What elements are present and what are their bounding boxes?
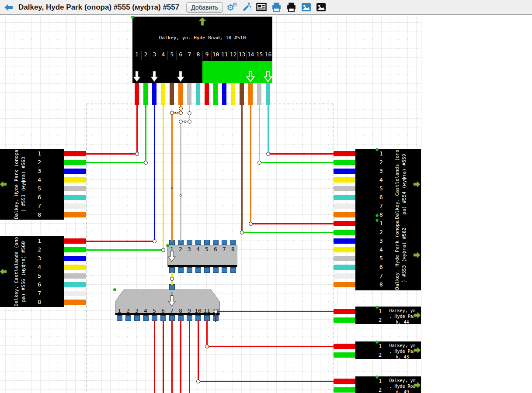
splice-pin[interactable] xyxy=(143,315,149,321)
cable-fiber-stub[interactable] xyxy=(178,83,183,105)
fiber-stub[interactable] xyxy=(334,151,355,156)
waypoint-dot[interactable] xyxy=(180,194,182,196)
cable-fiber-stub[interactable] xyxy=(231,83,235,105)
newspaper-icon[interactable] xyxy=(256,2,268,13)
fiber-stub[interactable] xyxy=(334,238,355,244)
wire-segment[interactable] xyxy=(198,381,334,382)
cable-fiber-stub[interactable] xyxy=(187,83,191,105)
joint-box-right-upper[interactable]: Dalkey, Castlelands (опо ра) #554 (муфта… xyxy=(355,149,421,220)
fiber-stub[interactable] xyxy=(64,238,86,244)
fiber-stub[interactable] xyxy=(64,195,86,200)
wire-segment[interactable] xyxy=(206,346,334,347)
fiber-stub[interactable] xyxy=(334,344,355,349)
wire-segment[interactable] xyxy=(154,104,155,242)
splice-pin[interactable] xyxy=(125,315,131,321)
wire-segment[interactable] xyxy=(180,121,181,241)
handle-dot[interactable] xyxy=(166,244,169,247)
splice-pin[interactable] xyxy=(187,267,192,273)
waypoint-dot[interactable] xyxy=(171,187,173,189)
fiber-stub[interactable] xyxy=(64,247,86,252)
splice-node[interactable] xyxy=(188,111,191,115)
splice-pin[interactable] xyxy=(134,315,140,321)
joint-box-right-lower[interactable]: Dalkey, Hyde Park (опора ) #553 (муфта) … xyxy=(355,220,421,290)
splice-pin[interactable] xyxy=(204,267,210,273)
fiber-stub[interactable] xyxy=(64,160,86,165)
fiber-stub[interactable] xyxy=(334,265,355,270)
splice-pin[interactable] xyxy=(222,240,227,245)
cable-fiber-stub[interactable] xyxy=(240,83,244,105)
splice-node[interactable] xyxy=(249,222,253,226)
fiber-stub[interactable] xyxy=(334,379,355,384)
cable-down-arrow[interactable] xyxy=(151,71,158,82)
wire-segment[interactable] xyxy=(259,162,334,163)
wire-segment[interactable] xyxy=(250,223,334,224)
splice-node[interactable] xyxy=(196,379,200,383)
fiber-stub[interactable] xyxy=(334,256,355,261)
cable-down-arrow[interactable] xyxy=(264,71,271,82)
wire-segment[interactable] xyxy=(163,104,164,251)
link-arrow-right[interactable] xyxy=(414,347,421,353)
splice-node[interactable] xyxy=(170,277,174,281)
fiber-stub[interactable] xyxy=(64,203,86,209)
splice-node[interactable] xyxy=(170,111,174,115)
fiber-stub[interactable] xyxy=(334,247,355,252)
fiber-stub[interactable] xyxy=(334,169,355,174)
link-arrow-right[interactable] xyxy=(414,181,420,187)
cable-fiber-stub[interactable] xyxy=(213,83,218,105)
splice-node[interactable] xyxy=(214,310,218,314)
fiber-stub[interactable] xyxy=(334,160,355,165)
splice-pin[interactable] xyxy=(117,315,122,321)
splice-pin[interactable] xyxy=(213,267,219,273)
image-black-icon[interactable] xyxy=(315,2,327,13)
link-arrow-right[interactable] xyxy=(414,252,420,258)
fiber-stub[interactable] xyxy=(334,317,355,323)
fiber-stub[interactable] xyxy=(334,282,355,287)
cable-fiber-stub[interactable] xyxy=(257,83,261,105)
wire-segment[interactable] xyxy=(145,104,146,163)
splice-pin[interactable] xyxy=(213,240,219,245)
fiber-stub[interactable] xyxy=(64,282,86,287)
printer-blue-icon[interactable] xyxy=(271,2,282,13)
wire-segment[interactable] xyxy=(171,112,173,241)
cable-fiber-stub[interactable] xyxy=(161,83,165,105)
diagram-canvas[interactable]: Dalkey, ул. Hyde Road, 18 #5101234567891… xyxy=(0,16,421,393)
wire-segment[interactable] xyxy=(163,321,164,393)
fiber-stub[interactable] xyxy=(334,309,355,314)
wire-segment[interactable] xyxy=(206,321,208,347)
cable-fiber-stub[interactable] xyxy=(143,83,148,105)
handle-dot[interactable] xyxy=(376,148,379,151)
fiber-stub[interactable] xyxy=(334,177,355,183)
printer-black-icon[interactable] xyxy=(285,2,297,13)
fiber-stub[interactable] xyxy=(64,300,86,305)
splice-node[interactable] xyxy=(188,120,191,124)
magic-wand-icon[interactable] xyxy=(241,2,253,13)
splitter-down-arrow[interactable] xyxy=(168,251,175,262)
splice-pin[interactable] xyxy=(178,267,184,273)
cable-down-arrow[interactable] xyxy=(133,71,140,82)
splice-node[interactable] xyxy=(179,107,183,110)
splice-pin[interactable] xyxy=(222,267,227,273)
cable-fiber-stub[interactable] xyxy=(222,83,226,105)
fiber-stub[interactable] xyxy=(334,230,355,235)
handle-dot[interactable] xyxy=(131,16,134,19)
splice-pin[interactable] xyxy=(195,240,201,245)
splice-node[interactable] xyxy=(179,111,183,115)
handle-dot[interactable] xyxy=(376,214,379,217)
fiber-stub[interactable] xyxy=(64,169,86,174)
splitter-down-arrow[interactable] xyxy=(168,296,175,307)
wire-segment[interactable] xyxy=(86,241,155,242)
link-arrow-right[interactable] xyxy=(414,382,421,388)
cable-fiber-stub[interactable] xyxy=(170,83,174,105)
fiber-stub[interactable] xyxy=(64,212,86,217)
settings-icon[interactable]: ⚙⚙ xyxy=(226,2,238,13)
back-button[interactable] xyxy=(3,2,14,13)
waypoint-dot[interactable] xyxy=(175,112,177,114)
splice-node[interactable] xyxy=(257,161,261,165)
drop-box-drop-1[interactable]: 12Dalkey, ул . Hyde Par k, 44 xyxy=(355,307,421,324)
handle-dot[interactable] xyxy=(376,306,379,309)
splice-node[interactable] xyxy=(205,345,209,348)
fiber-stub[interactable] xyxy=(64,177,86,183)
cable-fiber-stub[interactable] xyxy=(152,83,156,105)
waypoint-dot[interactable] xyxy=(184,121,186,123)
handle-dot[interactable] xyxy=(376,219,379,222)
